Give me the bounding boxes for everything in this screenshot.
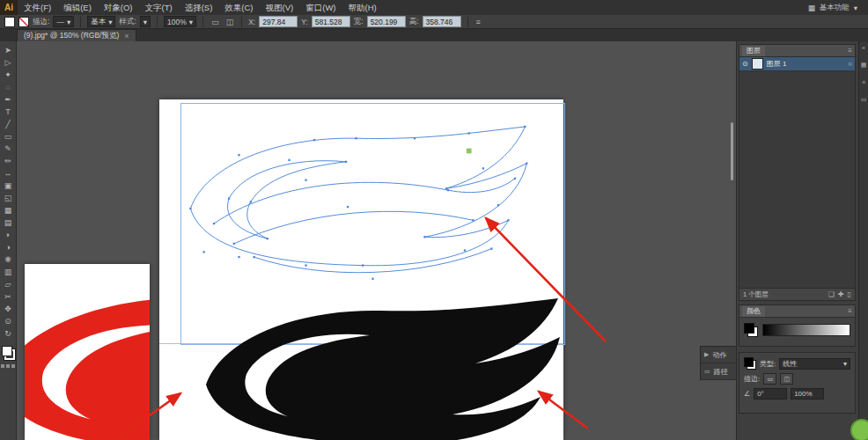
new-layer-icon[interactable]: ✚ bbox=[838, 290, 844, 298]
tool-lasso[interactable]: ◌ bbox=[1, 81, 16, 93]
tool-zoom[interactable]: ⊙ bbox=[1, 315, 16, 327]
tool-type[interactable]: T bbox=[1, 106, 16, 118]
artboard-main[interactable] bbox=[159, 99, 563, 440]
panel-options-icon[interactable]: ≡ bbox=[474, 18, 482, 26]
fill-stroke-swatches[interactable] bbox=[744, 323, 758, 337]
style-select[interactable]: ▾ bbox=[140, 16, 151, 27]
color-panel-header: 颜色 ≡ bbox=[739, 305, 855, 318]
menu-item-effect[interactable]: 效果(C) bbox=[218, 0, 259, 15]
opacity-select[interactable]: 100% ▾ bbox=[164, 16, 196, 27]
panel-icon[interactable]: ▭ bbox=[861, 96, 867, 103]
gradient-angle-field[interactable]: 0° bbox=[754, 388, 787, 400]
tool-rotate[interactable]: ↻ bbox=[1, 327, 16, 340]
collapse-panels-icon[interactable]: « bbox=[862, 45, 865, 51]
gradient-type-select[interactable]: 线性 ▾ bbox=[779, 358, 850, 370]
align-icon[interactable]: ◫ bbox=[224, 18, 236, 26]
fill-stroke-indicator[interactable] bbox=[2, 346, 15, 360]
tool-eyedropper[interactable]: ◗ bbox=[1, 229, 16, 241]
grayscale-ramp-slider[interactable] bbox=[762, 324, 850, 336]
stroke-gradient-btn-1[interactable]: ▭ bbox=[763, 373, 776, 385]
menu-item-view[interactable]: 视图(V) bbox=[260, 0, 300, 15]
tool-pencil[interactable]: ✏ bbox=[1, 155, 16, 167]
layer-row[interactable]: ⊙ 图层 1 ○ bbox=[739, 57, 855, 71]
tool-paintbrush[interactable]: ✎ bbox=[1, 143, 16, 155]
panel-icon[interactable]: ≡ bbox=[862, 79, 865, 85]
menu-item-file[interactable]: 文件(F) bbox=[18, 0, 57, 15]
x-label: X: bbox=[248, 18, 255, 26]
layer-thumbnail bbox=[752, 58, 763, 70]
tool-blend[interactable]: ◑ bbox=[1, 241, 16, 253]
control-bar: 描边: — ▾ 基本 ▾ 样式: ▾ 100% ▾ ▭ ◫ X: 297.84 … bbox=[0, 15, 868, 29]
tool-mesh[interactable]: ▦ bbox=[1, 204, 16, 216]
fill-swatch[interactable] bbox=[4, 17, 15, 27]
tool-width[interactable]: ↔ bbox=[1, 167, 16, 180]
tool-direct-selection[interactable]: ▷ bbox=[1, 56, 16, 69]
panel-menu-icon[interactable]: ≡ bbox=[848, 47, 852, 55]
tool-rectangle[interactable]: ▭ bbox=[1, 130, 16, 143]
assistant-marker-dot bbox=[850, 419, 868, 440]
height-label: 高: bbox=[409, 17, 419, 27]
separator bbox=[80, 17, 81, 27]
tool-free-transform[interactable]: ▣ bbox=[1, 180, 16, 192]
tool-shape-builder[interactable]: ◱ bbox=[1, 192, 16, 204]
artboard-left[interactable] bbox=[25, 264, 150, 440]
target-circle-icon[interactable]: ○ bbox=[848, 60, 852, 68]
tool-gradient[interactable]: ▤ bbox=[1, 216, 16, 229]
layer-name[interactable]: 图层 1 bbox=[767, 59, 787, 69]
tool-line-segment[interactable]: ╱ bbox=[1, 118, 16, 130]
panel-menu-icon[interactable]: ≡ bbox=[848, 307, 852, 315]
height-field[interactable]: 358.746 bbox=[423, 16, 461, 27]
tool-symbol-sprayer[interactable]: ❋ bbox=[1, 253, 16, 266]
x-field[interactable]: 297.84 bbox=[259, 16, 298, 27]
red-swirl-artwork bbox=[25, 264, 150, 440]
delete-layer-icon[interactable]: ▯ bbox=[848, 290, 851, 298]
panel-icon[interactable]: ▦ bbox=[861, 62, 867, 69]
tool-magic-wand[interactable]: ✦ bbox=[1, 69, 16, 81]
brush-definition-select[interactable]: 基本 ▾ bbox=[87, 16, 115, 27]
align-icon[interactable]: ▭ bbox=[210, 18, 221, 26]
new-folder-icon[interactable]: ❏ bbox=[828, 290, 835, 298]
tools-panel: ➤ ▷ ✦ ◌ ✒ T ╱ ▭ ✎ ✏ ↔ ▣ ◱ ▦ ▤ ◗ ◑ ❋ ▥ ▱ … bbox=[0, 41, 17, 440]
layer-count: 1 个图层 bbox=[743, 290, 769, 299]
panel-label: 路径 bbox=[714, 367, 728, 377]
stroke-gradient-btn-2[interactable]: ◫ bbox=[780, 373, 793, 385]
opacity-value: 100% bbox=[167, 18, 187, 26]
workspace-switcher[interactable]: ▦ 基本功能 ▾ bbox=[808, 3, 868, 13]
menu-item-object[interactable]: 对象(O) bbox=[98, 0, 139, 15]
menu-item-help[interactable]: 帮助(H) bbox=[342, 0, 383, 15]
tab-layers[interactable]: 图层 bbox=[742, 46, 765, 56]
tool-slice[interactable]: ✂ bbox=[1, 290, 16, 303]
canvas-scrollbar[interactable] bbox=[731, 122, 733, 180]
menu-item-window[interactable]: 窗口(W) bbox=[299, 0, 342, 15]
gradient-stroke-row: 描边: ▭ ◫ bbox=[744, 373, 850, 385]
width-field[interactable]: 520.199 bbox=[367, 16, 406, 27]
chevron-down-icon: ▾ bbox=[143, 18, 147, 26]
y-field[interactable]: 581.528 bbox=[312, 16, 350, 27]
gradient-position-field[interactable]: 100% bbox=[791, 388, 824, 400]
fill-swatch[interactable] bbox=[744, 323, 754, 334]
tool-selection[interactable]: ➤ bbox=[1, 44, 16, 56]
menu-item-select[interactable]: 选择(S) bbox=[179, 0, 219, 15]
title-bar: Ai 文件(F) 编辑(E) 对象(O) 文字(T) 选择(S) 效果(C) 视… bbox=[0, 0, 868, 16]
menu-item-edit[interactable]: 编辑(E) bbox=[57, 0, 98, 15]
brush-value: 基本 bbox=[91, 17, 106, 27]
angle-icon: ∠ bbox=[744, 390, 750, 398]
close-icon[interactable]: × bbox=[124, 32, 129, 40]
fill-proxy[interactable] bbox=[2, 346, 12, 356]
chevron-down-icon: ▾ bbox=[108, 18, 112, 26]
separator bbox=[157, 17, 158, 27]
gradient-angle-row: ∠ 0° 100% bbox=[744, 388, 850, 400]
tool-artboard[interactable]: ▱ bbox=[1, 278, 16, 290]
tab-color[interactable]: 颜色 bbox=[742, 306, 765, 317]
document-tab[interactable]: (9).jpg* @ 150% (RGB/预览) × bbox=[17, 29, 136, 41]
stroke-swatch[interactable] bbox=[18, 17, 29, 27]
color-mode-buttons[interactable] bbox=[1, 364, 15, 368]
visibility-eye-icon[interactable]: ⊙ bbox=[742, 60, 748, 68]
menu-item-type[interactable]: 文字(T) bbox=[139, 0, 179, 15]
tool-column-graph[interactable]: ▥ bbox=[1, 266, 16, 278]
canvas-area[interactable] bbox=[17, 41, 736, 440]
stroke-weight-select[interactable]: — ▾ bbox=[53, 16, 74, 27]
tool-hand[interactable]: ✥ bbox=[1, 303, 16, 315]
gradient-swatch[interactable] bbox=[744, 357, 756, 370]
tool-pen[interactable]: ✒ bbox=[1, 93, 16, 106]
